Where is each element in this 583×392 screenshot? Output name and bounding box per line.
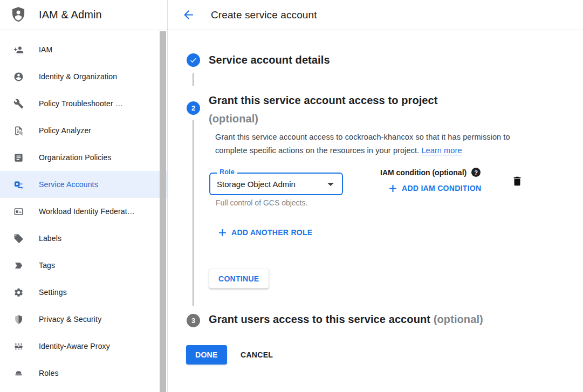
sidebar-header: IAM & Admin: [0, 0, 167, 30]
sidebar-item-label: Policy Troubleshooter …: [39, 99, 123, 108]
wrench-icon: [13, 98, 24, 109]
done-button[interactable]: DONE: [186, 345, 227, 365]
check-icon: [189, 56, 197, 64]
sidebar-item-identity-organization[interactable]: Identity & Organization: [0, 63, 167, 90]
iam-condition-header: IAM condition (optional) ?: [380, 168, 481, 177]
step3-title: Grant users access to this service accou…: [209, 313, 565, 326]
sidebar-item-tags[interactable]: Tags: [0, 252, 167, 279]
article-icon: [13, 152, 24, 163]
sidebar-item-privacy-security[interactable]: Privacy & Security: [0, 306, 167, 333]
step2-number: 2: [191, 104, 195, 112]
step-connector: [193, 73, 194, 86]
sidebar-item-label: Tags: [39, 261, 55, 270]
sidebar-item-label: Roles: [39, 369, 59, 377]
step1-complete-badge: [187, 53, 200, 67]
sidebar-item-identity-aware-proxy[interactable]: Identity-Aware Proxy: [0, 333, 167, 360]
page-title: Create service account: [211, 9, 317, 21]
gear-icon: [13, 287, 24, 298]
delete-role-button[interactable]: [511, 175, 523, 189]
person-add-icon: [13, 44, 24, 55]
step2-description: Grant this service account access to coc…: [215, 130, 530, 157]
proxy-component-icon: [13, 341, 24, 352]
role-helper-text: Full control of GCS objects.: [216, 198, 307, 207]
step2-optional-label: (optional): [209, 113, 258, 125]
step3-optional-label: (optional): [434, 313, 483, 325]
cancel-button[interactable]: CANCEL: [232, 345, 282, 365]
trash-icon: [511, 175, 523, 187]
page-header: Create service account: [168, 0, 583, 30]
sidebar-item-policy-troubleshooter[interactable]: Policy Troubleshooter …: [0, 90, 167, 117]
sidebar-item-label: Privacy & Security: [39, 315, 101, 324]
sidebar-item-settings[interactable]: Settings: [0, 279, 167, 306]
sidebar-nav: IAM Identity & Organization Policy Troub…: [0, 30, 167, 387]
add-iam-condition-label: ADD IAM CONDITION: [402, 184, 481, 192]
sidebar-item-label: Identity-Aware Proxy: [39, 342, 110, 350]
sidebar-item-label: IAM: [39, 45, 52, 54]
add-iam-condition-button[interactable]: ADD IAM CONDITION: [389, 184, 481, 192]
learn-more-link[interactable]: Learn more: [421, 146, 462, 155]
help-icon[interactable]: ?: [471, 168, 481, 177]
step2-title-text: Grant this service account access to pro…: [209, 94, 438, 106]
sidebar-item-policy-analyzer[interactable]: Policy Analyzer: [0, 117, 167, 144]
step1-title: Service account details: [209, 54, 330, 66]
role-dropdown[interactable]: Role Storage Object Admin: [209, 173, 343, 195]
plus-icon: [218, 229, 227, 237]
tag-arrow-icon: [13, 260, 24, 271]
step2-title: Grant this service account access to pro…: [209, 91, 489, 128]
plus-icon: [389, 184, 397, 192]
step3-title-text: Grant users access to this service accou…: [209, 313, 430, 325]
step3-number-badge: 3: [187, 314, 200, 327]
step2-description-text: Grant this service account access to coc…: [215, 133, 510, 155]
sidebar-item-workload-identity-federation[interactable]: Workload Identity Federat…: [0, 198, 167, 225]
sidebar-item-label: Labels: [39, 234, 61, 243]
sidebar-item-label: Identity & Organization: [39, 72, 117, 81]
step-connector: [193, 120, 194, 306]
add-another-role-label: ADD ANOTHER ROLE: [231, 228, 313, 237]
sidebar-item-organization-policies[interactable]: Organization Policies: [0, 144, 167, 171]
sidebar-item-label: Service Accounts: [39, 180, 98, 189]
iam-shield-icon: [11, 6, 26, 24]
step2-number-badge: 2: [187, 101, 200, 115]
back-arrow-icon[interactable]: [181, 8, 196, 23]
sidebar-item-iam[interactable]: IAM: [0, 36, 167, 63]
sidebar-scrollbar-thumb[interactable]: [160, 31, 166, 392]
continue-button[interactable]: CONTINUE: [209, 269, 269, 288]
main-content: Create service account Service account d…: [168, 0, 583, 392]
role-selected-value: Storage Object Admin: [217, 180, 296, 189]
shield-icon: [13, 314, 24, 325]
sidebar-item-label: Workload Identity Federat…: [39, 207, 135, 216]
sidebar-item-label: Settings: [39, 288, 67, 297]
account-circle-icon: [13, 71, 24, 82]
sidebar-item-labels[interactable]: Labels: [0, 225, 167, 252]
chevron-down-icon: [327, 183, 334, 186]
sidebar-item-service-accounts[interactable]: Service Accounts: [0, 171, 167, 198]
label-tag-icon: [13, 233, 24, 244]
app-window: IAM & Admin IAM Identity & Organization: [0, 0, 583, 392]
app-title: IAM & Admin: [39, 9, 102, 21]
sidebar-item-label: Policy Analyzer: [39, 126, 91, 135]
sidebar: IAM & Admin IAM Identity & Organization: [0, 0, 168, 392]
iam-condition-label: IAM condition (optional): [380, 168, 467, 177]
service-account-key-icon: [13, 179, 24, 190]
document-search-icon: [13, 125, 24, 136]
step3-number: 3: [191, 317, 195, 325]
id-card-icon: [13, 206, 24, 217]
sidebar-item-roles[interactable]: Roles: [0, 360, 167, 387]
add-another-role-button[interactable]: ADD ANOTHER ROLE: [218, 228, 313, 237]
roles-hat-icon: [13, 368, 24, 379]
sidebar-item-label: Organization Policies: [39, 153, 112, 162]
role-field-label: Role: [217, 168, 237, 176]
